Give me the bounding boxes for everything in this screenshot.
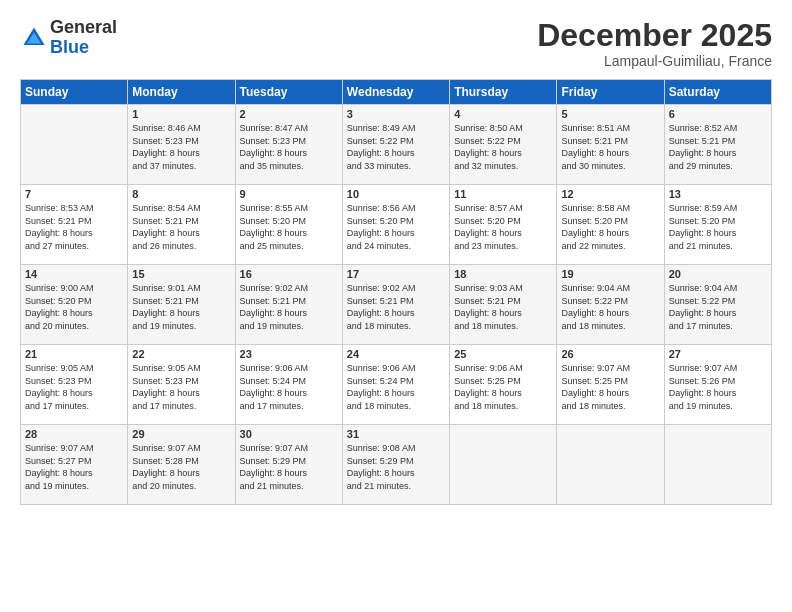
day-info: Sunrise: 9:07 AMSunset: 5:28 PMDaylight:… — [132, 442, 230, 492]
day-number: 26 — [561, 348, 659, 360]
header-cell-thursday: Thursday — [450, 80, 557, 105]
day-cell: 24Sunrise: 9:06 AMSunset: 5:24 PMDayligh… — [342, 345, 449, 425]
day-number: 2 — [240, 108, 338, 120]
day-number: 13 — [669, 188, 767, 200]
day-cell: 26Sunrise: 9:07 AMSunset: 5:25 PMDayligh… — [557, 345, 664, 425]
day-number: 27 — [669, 348, 767, 360]
day-cell: 16Sunrise: 9:02 AMSunset: 5:21 PMDayligh… — [235, 265, 342, 345]
day-cell: 31Sunrise: 9:08 AMSunset: 5:29 PMDayligh… — [342, 425, 449, 505]
day-cell — [21, 105, 128, 185]
calendar-header: SundayMondayTuesdayWednesdayThursdayFrid… — [21, 80, 772, 105]
day-info: Sunrise: 9:02 AMSunset: 5:21 PMDaylight:… — [240, 282, 338, 332]
header-cell-monday: Monday — [128, 80, 235, 105]
day-info: Sunrise: 9:08 AMSunset: 5:29 PMDaylight:… — [347, 442, 445, 492]
calendar-body: 1Sunrise: 8:46 AMSunset: 5:23 PMDaylight… — [21, 105, 772, 505]
day-cell: 30Sunrise: 9:07 AMSunset: 5:29 PMDayligh… — [235, 425, 342, 505]
header-cell-saturday: Saturday — [664, 80, 771, 105]
day-number: 9 — [240, 188, 338, 200]
day-info: Sunrise: 8:46 AMSunset: 5:23 PMDaylight:… — [132, 122, 230, 172]
page-container: General Blue December 2025 Lampaul-Guimi… — [0, 0, 792, 515]
day-cell: 6Sunrise: 8:52 AMSunset: 5:21 PMDaylight… — [664, 105, 771, 185]
day-info: Sunrise: 9:04 AMSunset: 5:22 PMDaylight:… — [669, 282, 767, 332]
day-info: Sunrise: 9:05 AMSunset: 5:23 PMDaylight:… — [132, 362, 230, 412]
logo-icon — [20, 24, 48, 52]
logo-blue: Blue — [50, 38, 117, 58]
day-cell: 14Sunrise: 9:00 AMSunset: 5:20 PMDayligh… — [21, 265, 128, 345]
day-cell: 15Sunrise: 9:01 AMSunset: 5:21 PMDayligh… — [128, 265, 235, 345]
day-cell — [664, 425, 771, 505]
day-cell: 10Sunrise: 8:56 AMSunset: 5:20 PMDayligh… — [342, 185, 449, 265]
day-number: 18 — [454, 268, 552, 280]
day-number: 22 — [132, 348, 230, 360]
day-number: 11 — [454, 188, 552, 200]
day-cell: 29Sunrise: 9:07 AMSunset: 5:28 PMDayligh… — [128, 425, 235, 505]
day-number: 5 — [561, 108, 659, 120]
day-number: 1 — [132, 108, 230, 120]
day-cell: 1Sunrise: 8:46 AMSunset: 5:23 PMDaylight… — [128, 105, 235, 185]
logo-text: General Blue — [50, 18, 117, 58]
day-info: Sunrise: 8:51 AMSunset: 5:21 PMDaylight:… — [561, 122, 659, 172]
header-cell-wednesday: Wednesday — [342, 80, 449, 105]
day-number: 25 — [454, 348, 552, 360]
day-cell: 5Sunrise: 8:51 AMSunset: 5:21 PMDaylight… — [557, 105, 664, 185]
title-block: December 2025 Lampaul-Guimiliau, France — [537, 18, 772, 69]
day-info: Sunrise: 9:01 AMSunset: 5:21 PMDaylight:… — [132, 282, 230, 332]
day-info: Sunrise: 9:06 AMSunset: 5:24 PMDaylight:… — [347, 362, 445, 412]
day-info: Sunrise: 8:55 AMSunset: 5:20 PMDaylight:… — [240, 202, 338, 252]
day-number: 16 — [240, 268, 338, 280]
day-info: Sunrise: 9:00 AMSunset: 5:20 PMDaylight:… — [25, 282, 123, 332]
day-number: 20 — [669, 268, 767, 280]
page-header: General Blue December 2025 Lampaul-Guimi… — [20, 18, 772, 69]
logo: General Blue — [20, 18, 117, 58]
day-info: Sunrise: 9:07 AMSunset: 5:27 PMDaylight:… — [25, 442, 123, 492]
day-cell: 19Sunrise: 9:04 AMSunset: 5:22 PMDayligh… — [557, 265, 664, 345]
day-cell — [557, 425, 664, 505]
day-info: Sunrise: 9:06 AMSunset: 5:25 PMDaylight:… — [454, 362, 552, 412]
day-cell: 27Sunrise: 9:07 AMSunset: 5:26 PMDayligh… — [664, 345, 771, 425]
header-row: SundayMondayTuesdayWednesdayThursdayFrid… — [21, 80, 772, 105]
day-cell: 2Sunrise: 8:47 AMSunset: 5:23 PMDaylight… — [235, 105, 342, 185]
day-info: Sunrise: 9:07 AMSunset: 5:25 PMDaylight:… — [561, 362, 659, 412]
header-cell-tuesday: Tuesday — [235, 80, 342, 105]
day-info: Sunrise: 8:49 AMSunset: 5:22 PMDaylight:… — [347, 122, 445, 172]
day-info: Sunrise: 9:07 AMSunset: 5:26 PMDaylight:… — [669, 362, 767, 412]
day-cell: 13Sunrise: 8:59 AMSunset: 5:20 PMDayligh… — [664, 185, 771, 265]
day-info: Sunrise: 8:53 AMSunset: 5:21 PMDaylight:… — [25, 202, 123, 252]
header-cell-sunday: Sunday — [21, 80, 128, 105]
day-cell: 11Sunrise: 8:57 AMSunset: 5:20 PMDayligh… — [450, 185, 557, 265]
day-number: 31 — [347, 428, 445, 440]
day-info: Sunrise: 8:59 AMSunset: 5:20 PMDaylight:… — [669, 202, 767, 252]
day-number: 14 — [25, 268, 123, 280]
day-number: 7 — [25, 188, 123, 200]
day-number: 29 — [132, 428, 230, 440]
day-info: Sunrise: 8:54 AMSunset: 5:21 PMDaylight:… — [132, 202, 230, 252]
day-info: Sunrise: 8:58 AMSunset: 5:20 PMDaylight:… — [561, 202, 659, 252]
day-info: Sunrise: 9:07 AMSunset: 5:29 PMDaylight:… — [240, 442, 338, 492]
day-number: 17 — [347, 268, 445, 280]
day-cell: 4Sunrise: 8:50 AMSunset: 5:22 PMDaylight… — [450, 105, 557, 185]
header-cell-friday: Friday — [557, 80, 664, 105]
day-cell: 23Sunrise: 9:06 AMSunset: 5:24 PMDayligh… — [235, 345, 342, 425]
day-cell: 21Sunrise: 9:05 AMSunset: 5:23 PMDayligh… — [21, 345, 128, 425]
day-info: Sunrise: 8:52 AMSunset: 5:21 PMDaylight:… — [669, 122, 767, 172]
calendar-table: SundayMondayTuesdayWednesdayThursdayFrid… — [20, 79, 772, 505]
day-info: Sunrise: 9:06 AMSunset: 5:24 PMDaylight:… — [240, 362, 338, 412]
day-cell: 17Sunrise: 9:02 AMSunset: 5:21 PMDayligh… — [342, 265, 449, 345]
day-info: Sunrise: 8:50 AMSunset: 5:22 PMDaylight:… — [454, 122, 552, 172]
day-cell: 8Sunrise: 8:54 AMSunset: 5:21 PMDaylight… — [128, 185, 235, 265]
day-number: 6 — [669, 108, 767, 120]
day-cell: 22Sunrise: 9:05 AMSunset: 5:23 PMDayligh… — [128, 345, 235, 425]
location: Lampaul-Guimiliau, France — [537, 53, 772, 69]
day-cell: 25Sunrise: 9:06 AMSunset: 5:25 PMDayligh… — [450, 345, 557, 425]
week-row-1: 1Sunrise: 8:46 AMSunset: 5:23 PMDaylight… — [21, 105, 772, 185]
day-info: Sunrise: 9:05 AMSunset: 5:23 PMDaylight:… — [25, 362, 123, 412]
day-info: Sunrise: 9:04 AMSunset: 5:22 PMDaylight:… — [561, 282, 659, 332]
day-number: 15 — [132, 268, 230, 280]
day-cell: 9Sunrise: 8:55 AMSunset: 5:20 PMDaylight… — [235, 185, 342, 265]
day-cell — [450, 425, 557, 505]
logo-general: General — [50, 18, 117, 38]
day-number: 21 — [25, 348, 123, 360]
day-number: 30 — [240, 428, 338, 440]
day-number: 24 — [347, 348, 445, 360]
day-cell: 12Sunrise: 8:58 AMSunset: 5:20 PMDayligh… — [557, 185, 664, 265]
